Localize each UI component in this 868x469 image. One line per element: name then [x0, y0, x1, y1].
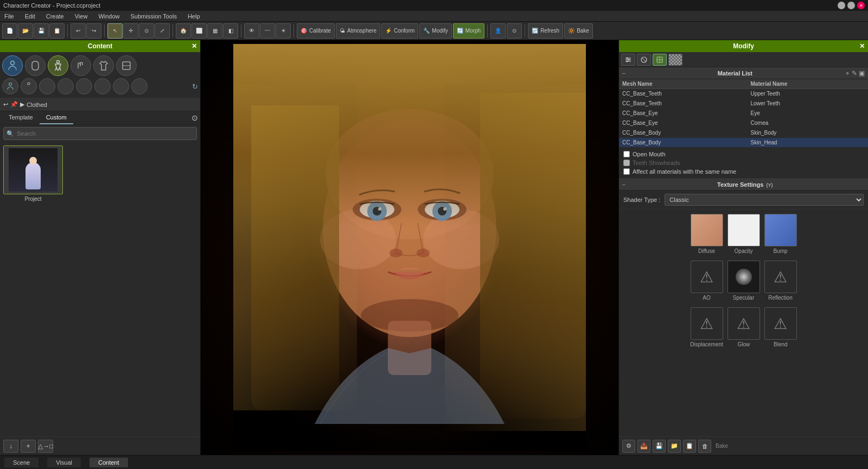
light-button[interactable]: ☀ [276, 23, 291, 39]
menu-file[interactable]: File [2, 12, 16, 21]
conform-button[interactable]: ⚡ Conform [381, 23, 418, 39]
btn8[interactable] [131, 78, 148, 94]
material-list-header[interactable]: – Material List ⚬ ✎ ▣ [619, 67, 868, 79]
project-thumbnail[interactable] [3, 145, 63, 194]
blend-thumbnail[interactable]: ⚠ [764, 307, 797, 340]
pin-button[interactable]: 📌 [10, 101, 18, 108]
close-button[interactable]: ✕ [857, 2, 865, 9]
menu-window[interactable]: Window [96, 12, 122, 21]
modify-button[interactable]: 🔧 Modify [419, 23, 451, 39]
morph-button[interactable]: 🔄 Morph [453, 23, 484, 39]
atmosphere-button[interactable]: 🌤 Atmosphere [336, 23, 380, 39]
redo-button[interactable]: ↪ [86, 23, 101, 39]
circle-btn[interactable]: ⊙ [507, 23, 522, 39]
save-rb-btn[interactable]: 💾 [653, 440, 666, 453]
modify-close-button[interactable]: ✕ [859, 42, 865, 50]
glow-thumbnail[interactable]: ⚠ [727, 307, 760, 340]
refresh-content-button[interactable]: ↻ [192, 83, 198, 91]
refresh-button[interactable]: 🔃 Refresh [528, 23, 563, 39]
move-down-button[interactable]: ↓ [3, 440, 18, 453]
texture-icon-btn[interactable] [653, 54, 667, 66]
export-icon-btn[interactable]: 📤 [637, 440, 650, 453]
menu-submission-tools[interactable]: Submission Tools [129, 12, 179, 21]
forward-button[interactable]: ▶ [20, 101, 24, 108]
bake-button[interactable]: 🔆 Bake [564, 23, 593, 39]
bump-thumbnail[interactable] [764, 214, 797, 246]
character-sm-icon[interactable] [2, 78, 18, 94]
list-item[interactable]: Project [3, 145, 63, 202]
menu-help[interactable]: Help [186, 12, 202, 21]
body-icon[interactable] [48, 55, 68, 76]
delete-rb-btn[interactable]: 🗑 [698, 440, 711, 453]
add-button[interactable]: + [21, 440, 36, 453]
checkerboard-icon-btn[interactable] [668, 54, 682, 66]
menu-edit[interactable]: Edit [23, 12, 37, 21]
select-button[interactable]: ↖ [107, 23, 123, 39]
copy-rb-btn[interactable]: 📋 [683, 440, 696, 453]
displacement-thumbnail[interactable]: ⚠ [691, 307, 723, 340]
camera-home[interactable]: 🏠 [176, 23, 191, 39]
pose-icon[interactable] [116, 55, 137, 76]
table-row[interactable]: CC_Base_TeethLower Teeth [619, 99, 868, 109]
body-sm-icon[interactable] [21, 78, 37, 94]
ao-thumbnail[interactable]: ⚠ [691, 261, 723, 293]
menu-view[interactable]: View [73, 12, 90, 21]
hands-icon[interactable] [71, 55, 91, 76]
save-button[interactable]: 💾 [34, 23, 49, 39]
pencil-icon[interactable]: ✎ [852, 69, 857, 77]
table-row[interactable]: CC_Base_EyeEye [619, 109, 868, 118]
btn5[interactable] [76, 78, 92, 94]
scale-button[interactable]: ⤢ [155, 23, 170, 39]
open-mouth-checkbox[interactable] [623, 151, 630, 157]
settings-icon-btn[interactable]: ⚙ [622, 440, 635, 453]
btn7[interactable] [113, 78, 129, 94]
move-button[interactable]: ✛ [123, 23, 138, 39]
table-row[interactable]: CC_Base_EyeCornea [619, 118, 868, 128]
sliders-icon-btn[interactable] [621, 54, 635, 66]
content-close-button[interactable]: ✕ [192, 42, 197, 50]
hair-button[interactable]: 〰 [260, 23, 275, 39]
viewport[interactable] [201, 40, 618, 455]
reflection-thumbnail[interactable]: ⚠ [764, 261, 797, 293]
folder-rb-btn[interactable]: 📁 [668, 440, 681, 453]
view-front[interactable]: ⬜ [192, 23, 207, 39]
affect-all-checkbox[interactable] [623, 168, 630, 175]
tab-template[interactable]: Template [2, 111, 40, 124]
view-option[interactable]: ◧ [223, 23, 238, 39]
table-row[interactable]: CC_Base_BodySkin_Body [619, 128, 868, 138]
btn6[interactable] [94, 78, 111, 94]
view-side[interactable]: ▦ [207, 23, 222, 39]
new-button[interactable]: 📄 [2, 23, 17, 39]
face-icon[interactable] [25, 55, 46, 76]
clothes-icon[interactable] [93, 55, 114, 76]
tab-expand-button[interactable]: ⊙ [192, 113, 198, 122]
save-icon[interactable]: ▣ [859, 69, 865, 77]
shape-icon-btn[interactable] [637, 54, 651, 66]
rotate-button[interactable]: ⊙ [139, 23, 154, 39]
table-row[interactable]: CC_Base_TeethUpper Teeth [619, 89, 868, 99]
eye-button[interactable]: 👁 [244, 23, 259, 39]
open-button[interactable]: 📂 [18, 23, 33, 39]
undo-button[interactable]: ↩ [71, 23, 86, 39]
character-full-icon[interactable] [2, 55, 23, 76]
texture-settings-header[interactable]: – Texture Settings (Y) [619, 179, 868, 191]
ball-icon[interactable]: ⚬ [845, 69, 850, 77]
tab-visual[interactable]: Visual [47, 458, 81, 467]
table-row[interactable]: CC_Base_BodySkin_Head [619, 138, 868, 148]
tab-content[interactable]: Content [90, 458, 128, 467]
minimize-button[interactable]: _ [838, 2, 845, 9]
tab-custom[interactable]: Custom [40, 111, 73, 124]
menu-create[interactable]: Create [44, 12, 66, 21]
calibrate-button[interactable]: 🎯 Calibrate [297, 23, 335, 39]
tab-scene[interactable]: Scene [4, 458, 39, 467]
back-button[interactable]: ↩ [3, 101, 8, 108]
maximize-button[interactable]: □ [847, 2, 855, 9]
person-icon-btn[interactable]: 👤 [490, 23, 506, 39]
btn3[interactable] [39, 78, 55, 94]
merge-button[interactable]: △→□ [38, 440, 53, 453]
search-input[interactable] [3, 127, 197, 140]
diffuse-thumbnail[interactable] [691, 214, 723, 246]
btn4[interactable] [58, 78, 74, 94]
saveas-button[interactable]: 📋 [49, 23, 65, 39]
specular-thumbnail[interactable] [727, 261, 760, 293]
